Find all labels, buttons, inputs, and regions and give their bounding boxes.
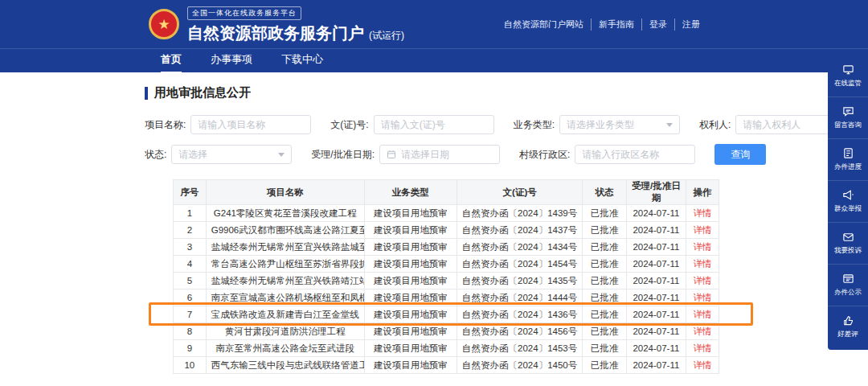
results-table-wrap: 序号项目名称业务类型文(证)号状态受理/批准日期操作 1G241零陵区黄花至普溪… bbox=[173, 179, 719, 374]
table-row: 8黄河甘肃段河道防洪治理工程建设项目用地预审自然资办函〔2024〕1456号已批… bbox=[174, 323, 719, 340]
table-row: 4常台高速公路尹山枢纽至苏浙省界段扩建…建设项目用地预审自然资办函〔2024〕1… bbox=[174, 256, 719, 273]
holder-label: 权利人: bbox=[699, 118, 735, 132]
table-row: 6南京至宣城高速公路机场枢纽至和凤枢纽…建设项目用地预审自然资办函〔2024〕1… bbox=[174, 290, 719, 306]
header-link-1[interactable]: 自然资源部门户网站 bbox=[497, 18, 591, 31]
detail-link[interactable]: 详情 bbox=[694, 326, 712, 336]
project-name-input[interactable] bbox=[190, 115, 311, 134]
cell-action: 详情 bbox=[686, 306, 719, 323]
nav-item-1[interactable]: 首页 bbox=[161, 49, 182, 73]
header-link-2[interactable]: 新手指南 bbox=[591, 18, 641, 31]
detail-link[interactable]: 详情 bbox=[694, 225, 712, 235]
detail-link[interactable]: 详情 bbox=[694, 259, 712, 269]
detail-link[interactable]: 详情 bbox=[694, 360, 712, 370]
portal-title: 自然资源部政务服务门户 bbox=[187, 23, 364, 44]
cell-project-name: 黄河甘肃段河道防洪治理工程 bbox=[206, 323, 364, 340]
emblem-star-glyph: ★ bbox=[158, 18, 170, 31]
column-header-5: 状态 bbox=[583, 180, 626, 205]
cell-action: 详情 bbox=[686, 205, 719, 222]
cell-action: 详情 bbox=[686, 273, 719, 290]
cell-project-name: G9906武汉都市圈环线高速公路江夏至梁… bbox=[206, 222, 364, 239]
region-input[interactable] bbox=[575, 145, 695, 164]
nav-item-3[interactable]: 下载中心 bbox=[281, 49, 323, 73]
cell-project-name: 盐城经泰州无锡常州至宜兴铁路靖江站至… bbox=[206, 273, 364, 290]
business-type-select[interactable]: 请选择业务类型 bbox=[559, 115, 680, 134]
search-button[interactable]: 查询 bbox=[714, 144, 766, 165]
sidebar-item-5[interactable]: 我要投诉 bbox=[828, 222, 868, 264]
filter-panel: 项目名称: 文(证)号: 业务类型: 请选择业务类型 权利人: 状态: bbox=[145, 115, 868, 165]
date-picker[interactable]: 请选择日期 bbox=[379, 145, 500, 164]
status-label: 状态: bbox=[145, 148, 171, 162]
platform-label: 全国一体化在线政务服务平台 bbox=[187, 6, 301, 20]
table-row: 7宝成铁路改造及新建青白江至金堂线建设项目用地预审自然资办函〔2024〕1436… bbox=[174, 306, 719, 323]
doc-no-label: 文(证)号: bbox=[330, 118, 373, 132]
status-select[interactable]: 请选择 bbox=[171, 145, 292, 164]
cell-status: 已批准 bbox=[583, 306, 626, 323]
sidebar-item-label: 办件进度 bbox=[834, 162, 862, 172]
detail-link[interactable]: 详情 bbox=[694, 293, 712, 302]
cell-project-name: 常台高速公路尹山枢纽至苏浙省界段扩建… bbox=[206, 256, 364, 273]
detail-link[interactable]: 详情 bbox=[694, 208, 712, 218]
sidebar-item-6[interactable]: 办件公示 bbox=[828, 264, 868, 306]
cell-doc-no: 自然资办函〔2024〕1453号 bbox=[457, 340, 583, 357]
chevron-down-icon bbox=[278, 153, 285, 157]
project-name-label: 项目名称: bbox=[145, 118, 190, 132]
sidebar-item-label: 办件公示 bbox=[834, 288, 862, 298]
main-content: 用地审批信息公开 项目名称: 文(证)号: 业务类型: 请选择业务类型 权利人: bbox=[0, 72, 868, 374]
sidebar-item-4[interactable]: 群众举报 bbox=[828, 180, 868, 222]
cell-doc-no: 自然资办函〔2024〕1439号 bbox=[457, 205, 583, 222]
cell-doc-no: 自然资办函〔2024〕1434号 bbox=[457, 239, 583, 256]
cell-no: 3 bbox=[174, 239, 207, 256]
cell-business-type: 建设项目用地预审 bbox=[364, 222, 457, 239]
detail-link[interactable]: 详情 bbox=[694, 310, 712, 319]
column-header-4: 文(证)号 bbox=[457, 180, 583, 205]
cell-business-type: 建设项目用地预审 bbox=[364, 323, 457, 340]
cell-action: 详情 bbox=[686, 256, 719, 273]
cell-date: 2024-07-11 bbox=[626, 256, 686, 273]
national-emblem-icon: ★ bbox=[149, 9, 179, 39]
sidebar-item-3[interactable]: 办件进度 bbox=[828, 138, 868, 180]
cell-status: 已批准 bbox=[583, 273, 626, 290]
header-link-4[interactable]: 注册 bbox=[674, 18, 707, 31]
title-accent-bar bbox=[145, 87, 148, 100]
column-header-6: 受理/批准日期 bbox=[626, 180, 686, 205]
detail-link[interactable]: 详情 bbox=[694, 343, 712, 353]
sidebar-item-7[interactable]: 好差评 bbox=[828, 306, 868, 347]
table-row: 10西气东输三线中段与忠武线联络管道工程建设项目用地预审自然资办函〔2024〕1… bbox=[174, 357, 719, 374]
cell-no: 6 bbox=[174, 290, 207, 306]
cell-project-name: 盐城经泰州无锡常州至宜兴铁路盐城至泰… bbox=[206, 239, 364, 256]
cell-doc-no: 自然资办函〔2024〕1435号 bbox=[457, 273, 583, 290]
business-type-placeholder: 请选择业务类型 bbox=[567, 118, 634, 132]
cell-date: 2024-07-11 bbox=[626, 273, 686, 290]
top-header: ★ 全国一体化在线政务服务平台 自然资源部政务服务门户 (试运行) 自然资源部门… bbox=[0, 0, 868, 48]
main-nav: 首页办事事项下载中心 bbox=[0, 48, 868, 72]
cell-project-name: 宝成铁路改造及新建青白江至金堂线 bbox=[206, 306, 364, 323]
cell-doc-no: 自然资办函〔2024〕1454号 bbox=[457, 256, 583, 273]
column-header-7: 操作 bbox=[686, 180, 719, 205]
table-row: 2G9906武汉都市圈环线高速公路江夏至梁…建设项目用地预审自然资办函〔2024… bbox=[174, 222, 719, 239]
cell-status: 已批准 bbox=[583, 222, 626, 239]
nav-item-2[interactable]: 办事事项 bbox=[211, 49, 252, 73]
rating-icon bbox=[842, 314, 854, 326]
float-sidebar: 在线监管留言咨询办件进度群众举报我要投诉办件公示好差评 bbox=[828, 53, 868, 350]
doc-no-input[interactable] bbox=[374, 115, 494, 134]
detail-link[interactable]: 详情 bbox=[694, 276, 712, 285]
cell-project-name: G241零陵区黄花至普溪段改建工程 bbox=[206, 205, 364, 222]
header-link-3[interactable]: 登录 bbox=[641, 18, 674, 31]
cell-no: 4 bbox=[174, 256, 207, 273]
sidebar-item-1[interactable]: 在线监管 bbox=[828, 55, 868, 96]
cell-no: 8 bbox=[174, 323, 207, 340]
publicity-icon bbox=[842, 273, 854, 285]
cell-no: 10 bbox=[174, 357, 207, 374]
cell-no: 2 bbox=[174, 222, 207, 239]
cell-business-type: 建设项目用地预审 bbox=[364, 239, 457, 256]
cell-no: 9 bbox=[174, 340, 207, 357]
detail-link[interactable]: 详情 bbox=[694, 242, 712, 252]
cell-action: 详情 bbox=[686, 290, 719, 306]
sidebar-item-2[interactable]: 留言咨询 bbox=[828, 96, 868, 138]
cell-doc-no: 自然资办函〔2024〕1450号 bbox=[457, 357, 583, 374]
sidebar-item-label: 群众举报 bbox=[834, 204, 862, 214]
cell-no: 7 bbox=[174, 306, 207, 323]
cell-status: 已批准 bbox=[583, 290, 626, 306]
table-body: 1G241零陵区黄花至普溪段改建工程建设项目用地预审自然资办函〔2024〕143… bbox=[174, 205, 719, 374]
complaint-icon bbox=[842, 231, 854, 243]
